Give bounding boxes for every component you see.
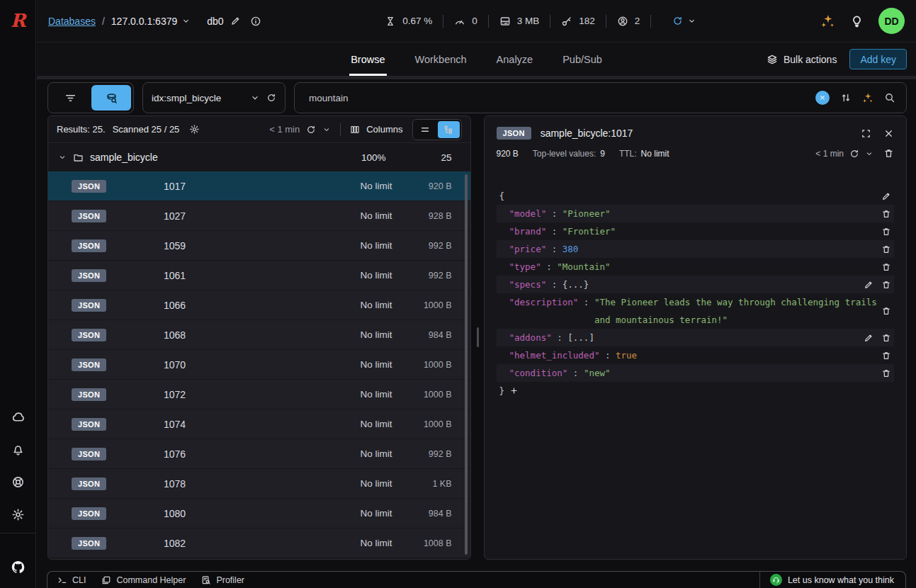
delete-field-trash-icon[interactable]: [881, 333, 891, 343]
tab-workbench[interactable]: Workbench: [415, 43, 467, 76]
list-view-button[interactable]: [414, 121, 436, 138]
ai-search-sparkles-icon[interactable]: [862, 92, 873, 103]
chevron-down-icon[interactable]: [865, 149, 873, 158]
settings-gear-icon[interactable]: [11, 508, 25, 521]
key-row[interactable]: JSON 1076 No limit 992 B: [48, 439, 470, 468]
json-field-value[interactable]: "Mountain": [557, 258, 610, 276]
key-row[interactable]: JSON 1070 No limit 1000 B: [48, 350, 470, 379]
columns-label[interactable]: Columns: [366, 124, 402, 135]
tab-browse[interactable]: Browse: [351, 43, 385, 76]
notifications-bell-icon[interactable]: [11, 443, 25, 456]
delete-field-trash-icon[interactable]: [881, 262, 891, 272]
stats-refresh-control[interactable]: [672, 16, 696, 26]
profiler-button[interactable]: Profiler: [201, 575, 244, 585]
json-field-row[interactable]: "helmet_included" : true: [497, 346, 895, 364]
edit-db-alias-pencil-icon[interactable]: [230, 16, 241, 26]
delete-field-trash-icon[interactable]: [881, 244, 891, 254]
delete-field-trash-icon[interactable]: [881, 209, 891, 219]
delete-key-trash-icon[interactable]: [883, 148, 894, 159]
edit-json-pencil-icon[interactable]: [881, 191, 891, 201]
key-group-row[interactable]: sample_bicycle 100% 25: [48, 143, 470, 171]
vertical-scrollbar[interactable]: [465, 174, 468, 555]
close-icon[interactable]: [883, 128, 894, 139]
edit-field-pencil-icon[interactable]: [864, 333, 873, 343]
filter-by-pattern-button[interactable]: [50, 85, 90, 111]
chevron-down-icon[interactable]: [250, 93, 260, 103]
cloud-icon[interactable]: [11, 410, 25, 424]
delete-field-trash-icon[interactable]: [881, 280, 891, 290]
key-row[interactable]: JSON 1072 No limit 1000 B: [48, 380, 470, 409]
command-helper-button[interactable]: Command Helper: [101, 575, 186, 585]
key-name[interactable]: sample_bicycle:1017: [541, 128, 633, 139]
chevron-down-icon[interactable]: [687, 16, 696, 26]
delete-field-trash-icon[interactable]: [881, 368, 891, 378]
add-field-plus-icon[interactable]: [509, 386, 519, 395]
json-field-value[interactable]: [...]: [567, 329, 594, 346]
refresh-details-icon[interactable]: [849, 149, 859, 159]
key-row[interactable]: JSON 1066 No limit 1000 B: [48, 290, 470, 320]
refresh-list-icon[interactable]: [306, 125, 316, 135]
tree-view-button[interactable]: [438, 121, 460, 138]
key-row[interactable]: JSON 1027 No limit 928 B: [48, 201, 470, 230]
scan-settings-gear-icon[interactable]: [189, 124, 200, 135]
ttl-value[interactable]: No limit: [641, 149, 669, 159]
json-field-value[interactable]: 380: [562, 240, 579, 258]
collapse-chevron-icon[interactable]: [58, 153, 67, 162]
delete-field-trash-icon[interactable]: [881, 351, 891, 361]
feedback-button[interactable]: Let us know what you think: [759, 572, 905, 588]
insights-lightbulb-icon[interactable]: [850, 14, 864, 28]
bulk-actions-button[interactable]: Bulk actions: [767, 54, 837, 65]
json-field-value[interactable]: "Pioneer": [562, 205, 611, 222]
json-field-value[interactable]: true: [616, 346, 637, 364]
help-lifebuoy-icon[interactable]: [11, 475, 25, 489]
key-row[interactable]: JSON 1074 No limit 1000 B: [48, 409, 470, 439]
key-row[interactable]: JSON 1078 No limit 1 KB: [48, 469, 470, 498]
refresh-icon[interactable]: [672, 16, 683, 26]
instance-selector[interactable]: 127.0.0.1:6379: [111, 16, 191, 27]
json-field-value[interactable]: "new": [584, 364, 611, 382]
search-by-values-button[interactable]: [91, 85, 131, 111]
json-field-row[interactable]: "specs" : {...}: [497, 276, 895, 293]
json-field-value[interactable]: "The Pioneer leads the way through chall…: [594, 293, 879, 329]
sort-icon[interactable]: [840, 92, 852, 103]
json-field-value[interactable]: {...}: [562, 276, 589, 293]
panel-resize-handle[interactable]: [477, 327, 479, 347]
db-info-icon[interactable]: [250, 16, 261, 27]
tab-pubsub[interactable]: Pub/Sub: [562, 43, 602, 76]
redis-logo[interactable]: R: [0, 10, 36, 31]
delete-field-trash-icon[interactable]: [881, 306, 891, 316]
key-row[interactable]: JSON 1080 No limit 984 B: [48, 499, 470, 528]
json-field-row[interactable]: "brand" : "Frontier": [497, 222, 895, 240]
tab-analyze[interactable]: Analyze: [497, 43, 533, 76]
user-avatar[interactable]: DD: [878, 8, 905, 34]
json-field-row[interactable]: "price" : 380: [497, 240, 895, 258]
cli-button[interactable]: CLI: [57, 575, 86, 585]
key-row[interactable]: JSON 1061 No limit 992 B: [48, 261, 470, 290]
json-field-row[interactable]: "type" : "Mountain": [497, 258, 895, 276]
key-row[interactable]: JSON 1068 No limit 984 B: [48, 320, 470, 349]
search-input[interactable]: [309, 93, 805, 103]
delete-field-trash-icon[interactable]: [881, 227, 891, 237]
github-icon[interactable]: [11, 560, 25, 574]
columns-icon[interactable]: [350, 125, 360, 135]
expand-panel-icon[interactable]: [861, 128, 871, 139]
json-field-value[interactable]: "Frontier": [562, 222, 616, 240]
edit-field-pencil-icon[interactable]: [864, 280, 873, 290]
json-field-row[interactable]: "model" : "Pioneer": [497, 205, 895, 222]
json-field-row[interactable]: "addons" : [...]: [497, 329, 895, 346]
chevron-down-icon[interactable]: [322, 125, 331, 134]
add-key-button[interactable]: Add key: [849, 49, 907, 69]
search-icon[interactable]: [884, 92, 895, 103]
key-row[interactable]: JSON 1082 No limit 1008 B: [48, 528, 470, 558]
refresh-index-icon[interactable]: [266, 93, 276, 103]
key-row[interactable]: JSON 1059 No limit 992 B: [48, 231, 470, 260]
key-details-header: JSON sample_bicycle:1017: [485, 116, 907, 140]
breadcrumb-databases-link[interactable]: Databases: [48, 16, 96, 27]
json-field-row[interactable]: "condition" : "new": [497, 364, 895, 382]
json-field-row[interactable]: "description" : "The Pioneer leads the w…: [497, 293, 895, 329]
key-row[interactable]: JSON 1017 No limit 920 B: [48, 171, 470, 200]
ai-copilot-sparkles-icon[interactable]: [820, 13, 835, 28]
clear-search-button[interactable]: [815, 91, 830, 105]
connected-clients-value: 2: [635, 16, 640, 26]
index-select[interactable]: idx:smpl_bicycle: [142, 82, 285, 113]
